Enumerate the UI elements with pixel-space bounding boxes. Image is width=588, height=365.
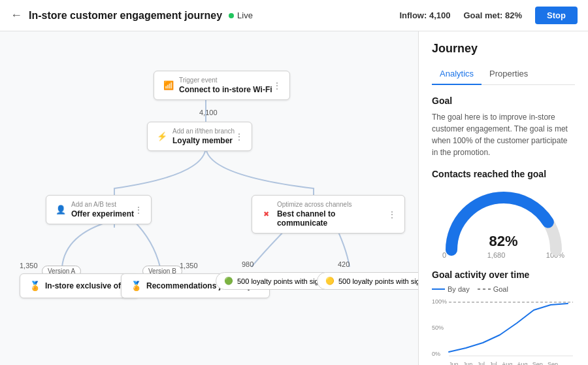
trigger-node-title: Connect to in-store Wi-Fi xyxy=(179,85,272,94)
wifi-icon: 📶 xyxy=(162,79,175,92)
channel-right-count: 420 xyxy=(338,260,350,268)
branch-node-content: Add an if/then branch Loyalty member xyxy=(172,128,235,145)
svg-text:100%: 100% xyxy=(432,298,447,305)
ab-node: 👤 Add an A/B test Offer experiment ⋮ xyxy=(46,195,152,224)
loyalty2-title: 500 loyalty points with sign-up xyxy=(338,277,418,285)
branch-node-left: ⚡ Add an if/then branch Loyalty member xyxy=(155,128,235,145)
ab-node-menu[interactable]: ⋮ xyxy=(134,205,143,215)
trigger-node-header: 📶 Trigger event Connect to in-store Wi-F… xyxy=(162,77,282,94)
inflow-label: Inflow: xyxy=(399,10,427,20)
stop-button[interactable]: Stop xyxy=(535,7,578,24)
ab-icon: 👤 xyxy=(54,203,67,217)
x-label-8: Sep30 xyxy=(547,361,558,365)
legend-goal-label: Goal xyxy=(493,285,508,293)
header-left: ← In-store customer engagement journey L… xyxy=(10,9,391,22)
coin-icon-2: 🏅 xyxy=(129,279,142,292)
legend-solid-line xyxy=(432,288,445,290)
line-chart: 100% 50% 0% Jun15 Jun30 Jul15 Jul30 A xyxy=(432,298,575,365)
svg-text:0%: 0% xyxy=(432,351,440,357)
back-button[interactable]: ← xyxy=(10,9,22,22)
tab-analytics[interactable]: Analytics xyxy=(432,63,482,85)
channel-node-header: ✖ Optimize across channels Best channel … xyxy=(260,201,397,228)
legend-by-day: By day xyxy=(432,285,470,293)
legend-goal: Goal xyxy=(478,285,508,293)
trigger-count: 4,100 xyxy=(199,109,218,116)
sidebar: Journey Analytics Properties Goal The go… xyxy=(418,31,588,365)
live-badge: Live xyxy=(229,10,253,20)
inflow-value: 4,100 xyxy=(429,10,451,20)
channel-node-left: ✖ Optimize across channels Best channel … xyxy=(260,201,387,228)
goal-label: Goal met: xyxy=(463,10,502,20)
channel-left-count: 980 xyxy=(242,260,253,268)
ab-node-content: Add an A/B test Offer experiment xyxy=(71,201,134,218)
channel-node-menu[interactable]: ⋮ xyxy=(387,209,397,220)
goal-value: 82% xyxy=(505,10,522,20)
ab-left-count: 1,350 xyxy=(20,262,38,269)
legend-dashed-line xyxy=(478,288,491,290)
trigger-node: 📶 Trigger event Connect to in-store Wi-F… xyxy=(154,71,290,100)
branch-node-title: Loyalty member xyxy=(172,136,235,145)
goal-stat: Goal met: 82% xyxy=(463,10,522,20)
sidebar-tabs: Analytics Properties xyxy=(432,63,575,85)
channel-node-label: Optimize across channels xyxy=(277,201,387,208)
line-chart-svg: 100% 50% 0% xyxy=(432,298,574,357)
live-indicator xyxy=(229,13,234,18)
sidebar-content: Goal The goal here is to improve in-stor… xyxy=(419,85,588,365)
x-label-1: Jun15 xyxy=(449,361,459,365)
ab-node-label: Add an A/B test xyxy=(71,201,134,208)
trigger-node-menu[interactable]: ⋮ xyxy=(272,80,282,91)
x-label-7: Sep15 xyxy=(532,361,543,365)
trigger-node-content: Trigger event Connect to in-store Wi-Fi xyxy=(179,77,272,94)
channel-node-title: Best channel to communicate xyxy=(277,209,387,228)
channel-node: ✖ Optimize across channels Best channel … xyxy=(252,195,405,234)
loyalty-icon-1: 🟢 xyxy=(224,277,233,285)
sidebar-title: Journey xyxy=(432,42,575,56)
offer1-title: In-store exclusive offer xyxy=(45,281,131,290)
loyalty2-node: 🟡 500 loyalty points with sign-up xyxy=(317,272,418,290)
contacts-title: Contacts reached the goal xyxy=(432,169,575,179)
main-layout: 📶 Trigger event Connect to in-store Wi-F… xyxy=(0,31,588,365)
coin-icon-1: 🏅 xyxy=(28,279,41,292)
ab-node-title: Offer experiment xyxy=(71,209,134,218)
journey-canvas: 📶 Trigger event Connect to in-store Wi-F… xyxy=(0,31,418,365)
journey-diagram: 📶 Trigger event Connect to in-store Wi-F… xyxy=(13,44,405,352)
branch-node-label: Add an if/then branch xyxy=(172,128,235,135)
x-label-5: Aug15 xyxy=(502,361,512,365)
trigger-node-label: Trigger event xyxy=(179,77,272,84)
gauge-chart: 82% 0 1,680 100% xyxy=(432,184,575,259)
ab-node-header: 👤 Add an A/B test Offer experiment ⋮ xyxy=(54,201,143,218)
sidebar-header: Journey xyxy=(419,31,588,63)
gauge-percent-label: 82% xyxy=(489,233,517,250)
chart-legend: By day Goal xyxy=(432,285,575,293)
x-label-4: Jul30 xyxy=(489,361,497,365)
live-status-text: Live xyxy=(237,10,253,20)
branch-node-header: ⚡ Add an if/then branch Loyalty member ⋮ xyxy=(155,128,244,145)
header-right: Inflow: 4,100 Goal met: 82% Stop xyxy=(399,7,578,24)
page-title: In-store customer engagement journey xyxy=(29,10,222,22)
goal-activity-title: Goal activity over time xyxy=(432,269,575,280)
branch-node: ⚡ Add an if/then branch Loyalty member ⋮ xyxy=(147,122,252,151)
offer1-header: 🏅 In-store exclusive offer xyxy=(28,279,131,292)
loyalty-icon-2: 🟡 xyxy=(325,277,335,285)
trigger-node-left: 📶 Trigger event Connect to in-store Wi-F… xyxy=(162,77,272,94)
x-label-3: Jul15 xyxy=(478,361,485,365)
svg-text:50%: 50% xyxy=(432,324,444,331)
branch-icon: ⚡ xyxy=(155,130,169,143)
x-label-2: Jun30 xyxy=(463,361,473,365)
goal-text: The goal here is to improve in-store cus… xyxy=(432,111,575,158)
branch-node-menu[interactable]: ⋮ xyxy=(235,131,244,142)
inflow-stat: Inflow: 4,100 xyxy=(399,10,450,20)
x-label-6: Aug30 xyxy=(517,361,527,365)
tab-properties[interactable]: Properties xyxy=(482,63,536,85)
ab-node-left: 👤 Add an A/B test Offer experiment xyxy=(54,201,134,218)
ab-right-count: 1,350 xyxy=(180,262,198,269)
channel-icon: ✖ xyxy=(260,208,273,221)
goal-section-title: Goal xyxy=(432,96,575,106)
header: ← In-store customer engagement journey L… xyxy=(0,0,588,31)
legend-by-day-label: By day xyxy=(448,285,470,293)
channel-node-content: Optimize across channels Best channel to… xyxy=(277,201,387,228)
